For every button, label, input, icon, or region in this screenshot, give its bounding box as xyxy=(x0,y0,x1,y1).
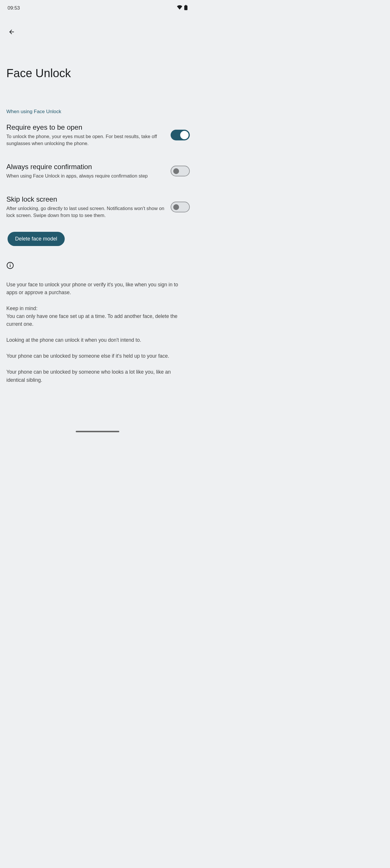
battery-icon xyxy=(184,5,187,11)
status-bar: 09:53 xyxy=(0,0,195,14)
setting-title: Skip lock screen xyxy=(6,195,165,204)
delete-face-model-button[interactable]: Delete face model xyxy=(7,232,65,246)
info-paragraph: Your phone can be unlocked by someone wh… xyxy=(6,368,189,384)
info-icon-wrapper xyxy=(6,262,189,270)
svg-rect-3 xyxy=(10,265,10,267)
svg-rect-4 xyxy=(10,264,10,264)
setting-description: To unlock the phone, your eyes must be o… xyxy=(6,133,165,147)
info-keep-in-mind: Keep in mind: xyxy=(6,305,189,312)
setting-title: Require eyes to be open xyxy=(6,123,165,131)
toggle-require-confirmation[interactable] xyxy=(171,166,190,176)
info-text: Use your face to unlock your phone or ve… xyxy=(6,281,189,384)
toggle-require-eyes-open[interactable] xyxy=(171,130,190,141)
info-paragraph: You can only have one face set up at a t… xyxy=(6,312,189,328)
info-paragraph: Use your face to unlock your phone or ve… xyxy=(6,281,189,297)
setting-description: After unlocking, go directly to last use… xyxy=(6,205,165,219)
arrow-back-icon xyxy=(8,28,15,35)
setting-text: Skip lock screen After unlocking, go dir… xyxy=(6,195,165,219)
info-icon xyxy=(6,262,14,269)
setting-require-confirmation[interactable]: Always require confirmation When using F… xyxy=(0,154,195,187)
info-paragraph: Your phone can be unlocked by someone el… xyxy=(6,352,189,360)
info-section: Use your face to unlock your phone or ve… xyxy=(6,262,189,384)
setting-skip-lock-screen[interactable]: Skip lock screen After unlocking, go dir… xyxy=(0,187,195,226)
section-header: When using Face Unlock xyxy=(6,109,195,115)
toggle-skip-lock-screen[interactable] xyxy=(171,202,190,212)
status-icons xyxy=(177,5,187,11)
setting-text: Always require confirmation When using F… xyxy=(6,163,165,180)
wifi-icon xyxy=(177,5,182,11)
status-time: 09:53 xyxy=(7,5,20,11)
setting-require-eyes-open[interactable]: Require eyes to be open To unlock the ph… xyxy=(0,115,195,154)
setting-title: Always require confirmation xyxy=(6,163,165,171)
back-button[interactable] xyxy=(6,26,18,38)
setting-text: Require eyes to be open To unlock the ph… xyxy=(6,123,165,147)
navigation-handle[interactable] xyxy=(76,431,119,432)
svg-rect-1 xyxy=(185,5,187,6)
page-title: Face Unlock xyxy=(6,67,195,80)
svg-rect-0 xyxy=(184,5,187,10)
info-paragraph: Looking at the phone can unlock it when … xyxy=(6,336,189,344)
setting-description: When using Face Unlock in apps, always r… xyxy=(6,173,165,180)
